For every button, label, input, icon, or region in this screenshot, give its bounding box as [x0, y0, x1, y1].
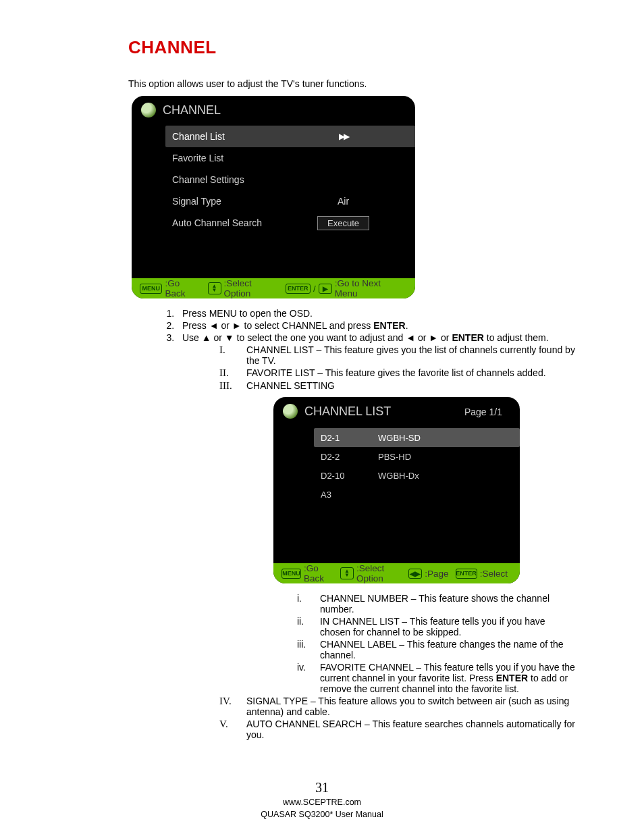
channel-number: A3: [321, 490, 378, 500]
swirl-icon: [141, 103, 156, 118]
sub-ch-number: CHANNEL NUMBER – This feature shows the …: [320, 593, 576, 615]
menu-item-auto-channel-search[interactable]: Auto Channel Search Execute: [172, 212, 403, 234]
menu-item-signal-type[interactable]: Signal Type Air: [172, 190, 403, 212]
substeps-lower: i.CHANNEL NUMBER – This feature shows th…: [297, 593, 576, 694]
sub-in-list: IN CHANNEL LIST – This feature tells you…: [320, 616, 576, 637]
channel-name: WGBH-SD: [378, 433, 500, 443]
osd-footer: MENU :Go Back ▲▼ :Select Option ◀▶ :Page…: [273, 563, 520, 583]
step-1: Press MENU to open the OSD.: [177, 308, 576, 319]
hint-next-menu: :Go to Next Menu: [335, 278, 403, 298]
arrow-right-icon: ▶: [319, 284, 332, 294]
execute-button[interactable]: Execute: [317, 216, 369, 230]
channel-number: D2-2: [321, 452, 378, 462]
label: Channel List: [172, 131, 284, 142]
hint-page: :Page: [425, 569, 448, 579]
menu-item-channel-list[interactable]: Channel List ▶▶: [172, 126, 403, 147]
hint-go-back: :Go Back: [165, 278, 200, 298]
step-2: Press ◄ or ► to select CHANNEL and press…: [177, 320, 576, 331]
footer-url: www.SCEPTRE.com: [0, 797, 644, 809]
hint-select-option: :Select Option: [224, 278, 279, 298]
channel-row[interactable]: D2-1 WGBH-SD: [321, 428, 500, 447]
osd-channel-list: CHANNEL LIST Page 1/1 D2-1 WGBH-SD D2-2 …: [273, 397, 520, 583]
osd-title: CHANNEL: [163, 103, 221, 118]
channel-name: PBS-HD: [378, 452, 500, 462]
substeps-upper-1: I.CHANNEL LIST – This feature gives you …: [219, 344, 576, 392]
arrows-up-down-icon: ▲▼: [208, 282, 221, 294]
substeps-upper-2: IV.SIGNAL TYPE – This feature allows you…: [219, 696, 576, 740]
sub-ch-label: CHANNEL LABEL – This feature changes the…: [320, 639, 576, 660]
sub-favorite-list: FAVORITE LIST – This feature gives the f…: [246, 367, 576, 378]
osd-title: CHANNEL LIST: [304, 405, 391, 419]
arrows-up-down-icon: ▲▼: [340, 567, 354, 579]
footer-model: QUASAR SQ3200* User Manual: [0, 809, 644, 821]
sub-channel-list: CHANNEL LIST – This feature gives you th…: [246, 344, 576, 366]
page-footer: 31 www.SCEPTRE.com QUASAR SQ3200* User M…: [0, 778, 644, 820]
enter-button-icon: ENTER: [456, 569, 477, 579]
section-heading: CHANNEL: [128, 37, 576, 58]
osd-footer: MENU :Go Back ▲▼ :Select Option ENTER/▶ …: [132, 278, 415, 298]
hint-go-back: :Go Back: [304, 563, 333, 583]
hint-select: :Select: [480, 569, 508, 579]
sub-fav-channel: FAVORITE CHANNEL – This feature tells yo…: [320, 662, 576, 694]
chevron-right-icon: ▶▶: [284, 132, 403, 141]
step-3: Use ▲ or ▼ to select the one you want to…: [177, 332, 576, 740]
swirl-icon: [283, 404, 298, 419]
enter-button-icon: ENTER: [286, 284, 311, 294]
osd-channel-menu: CHANNEL Channel List ▶▶ Favorite List Ch…: [132, 96, 415, 298]
channel-rows: D2-1 WGBH-SD D2-2 PBS-HD D2-10 WGBH-Dx A…: [273, 424, 520, 504]
channel-number: D2-10: [321, 471, 378, 481]
intro-text: This option allows user to adjust the TV…: [128, 78, 576, 89]
arrows-left-right-icon: ◀▶: [408, 569, 422, 579]
channel-name: WGBH-Dx: [378, 471, 500, 481]
instruction-list: Press MENU to open the OSD. Press ◄ or ►…: [177, 308, 576, 740]
hint-select-option: :Select Option: [356, 563, 402, 583]
page-number: 31: [0, 778, 644, 797]
menu-button-icon: MENU: [281, 569, 301, 579]
sub-signal-type: SIGNAL TYPE – This feature allows you to…: [246, 696, 576, 717]
channel-row[interactable]: D2-2 PBS-HD: [321, 447, 500, 466]
menu-item-favorite-list[interactable]: Favorite List: [172, 147, 403, 169]
channel-row[interactable]: D2-10 WGBH-Dx: [321, 466, 500, 485]
sub-auto-search: AUTO CHANNEL SEARCH – This feature searc…: [246, 719, 576, 740]
page-indicator: Page 1/1: [464, 407, 502, 417]
menu-item-channel-settings[interactable]: Channel Settings: [172, 169, 403, 190]
osd-header: CHANNEL: [132, 96, 415, 123]
channel-row[interactable]: A3: [321, 485, 500, 504]
sub-channel-setting: CHANNEL SETTING: [246, 380, 576, 391]
label: Auto Channel Search: [172, 217, 284, 228]
menu-button-icon: MENU: [140, 284, 162, 294]
channel-number: D2-1: [321, 433, 378, 443]
label: Signal Type: [172, 196, 284, 207]
osd-rows: Channel List ▶▶ Favorite List Channel Se…: [132, 123, 415, 234]
value: Air: [284, 196, 403, 207]
label: Channel Settings: [172, 174, 284, 185]
label: Favorite List: [172, 153, 284, 163]
